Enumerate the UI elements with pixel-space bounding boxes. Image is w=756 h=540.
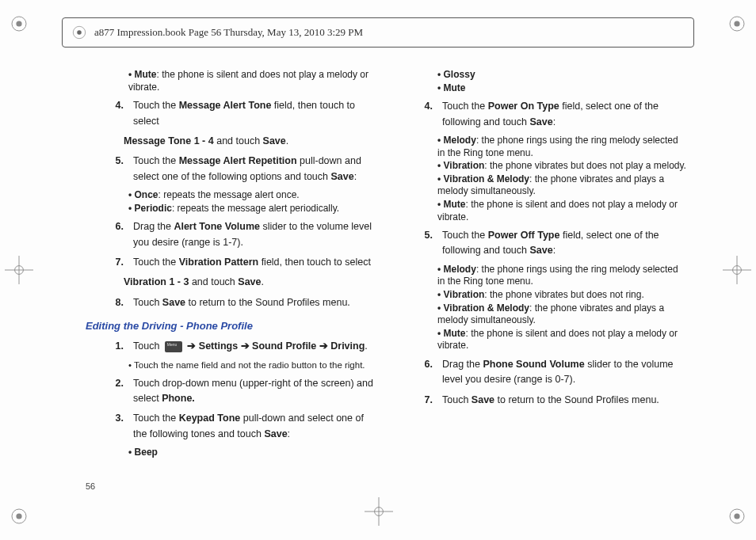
list-item: • Vibration: the phone vibrates but does… bbox=[437, 289, 686, 302]
right-column: • Glossy • Mute 4.Touch the Power On Typ… bbox=[395, 68, 686, 472]
step-5: 5.Touch the Message Alert Repetition pul… bbox=[86, 154, 377, 184]
registration-mark-icon bbox=[5, 10, 33, 38]
list-item: • Mute: the phone is silent and does not… bbox=[437, 328, 686, 352]
menu-icon bbox=[165, 341, 182, 352]
step-8: 8.Touch Save to return to the Sound Prof… bbox=[86, 295, 377, 310]
crop-mark-icon bbox=[5, 256, 33, 284]
svg-point-1 bbox=[16, 21, 21, 26]
list-item: • Beep bbox=[128, 447, 377, 459]
list-item: • Mute bbox=[437, 82, 686, 95]
step-d2: 2.Touch drop-down menu (upper-right of t… bbox=[86, 376, 377, 407]
list-item: • Mute: the phone is silent and does not… bbox=[128, 69, 377, 93]
list-item: • Once: repeats the message alert once. bbox=[128, 189, 377, 202]
list-item: • Vibration: the phone vibrates but does… bbox=[437, 160, 686, 173]
step-7-cont: Vibration 1 - 3 and touch Save. bbox=[124, 275, 377, 290]
step-6: 6.Drag the Alert Tone Volume slider to t… bbox=[86, 219, 377, 250]
crop-mark-icon bbox=[365, 497, 393, 526]
crop-mark-icon bbox=[723, 256, 751, 284]
registration-mark-icon bbox=[723, 10, 751, 38]
list-item: • Periodic: repeats the message alert pe… bbox=[128, 203, 377, 215]
step-4-cont: Message Tone 1 - 4 and touch Save. bbox=[124, 134, 377, 149]
step-7: 7.Touch the Vibration Pattern field, the… bbox=[86, 255, 377, 270]
list-item: • Mute: the phone is silent and does not… bbox=[437, 199, 686, 223]
page-header-text: a877 Impression.book Page 56 Thursday, M… bbox=[94, 26, 363, 39]
document-icon bbox=[71, 24, 88, 41]
step-r7: 7.Touch Save to return to the Sound Prof… bbox=[395, 393, 686, 408]
registration-mark-icon bbox=[5, 502, 33, 530]
registration-mark-icon bbox=[723, 502, 751, 530]
section-heading: Editing the Driving - Phone Profile bbox=[86, 318, 377, 334]
list-item: • Melody: the phone rings using the ring… bbox=[437, 135, 686, 159]
svg-point-3 bbox=[734, 21, 739, 26]
list-item: • Glossy bbox=[437, 69, 686, 82]
step-d1: 1.Touch ➔ Settings ➔ Sound Profile ➔ Dri… bbox=[86, 339, 377, 354]
step-d3: 3.Touch the Keypad Tone pull-down and se… bbox=[86, 411, 377, 442]
step-r4: 4.Touch the Power On Type field, select … bbox=[395, 99, 686, 130]
step-r5: 5.Touch the Power Off Type field, select… bbox=[395, 228, 686, 259]
left-column: • Mute: the phone is silent and does not… bbox=[86, 68, 377, 472]
list-item: • Touch the name field and not the radio… bbox=[128, 359, 377, 371]
list-item: • Melody: the phone rings using the ring… bbox=[437, 264, 686, 288]
list-item: • Vibration & Melody: the phone vibrates… bbox=[437, 173, 686, 198]
svg-point-18 bbox=[77, 30, 82, 35]
page-number: 56 bbox=[86, 481, 95, 491]
svg-point-11 bbox=[16, 513, 21, 519]
svg-point-13 bbox=[734, 513, 739, 519]
step-r6: 6.Drag the Phone Sound Volume slider to … bbox=[395, 357, 686, 388]
step-4: 4.Touch the Message Alert Tone field, th… bbox=[86, 98, 377, 129]
page-header-box: a877 Impression.book Page 56 Thursday, M… bbox=[62, 17, 694, 48]
list-item: • Vibration & Melody: the phone vibrates… bbox=[437, 302, 686, 327]
